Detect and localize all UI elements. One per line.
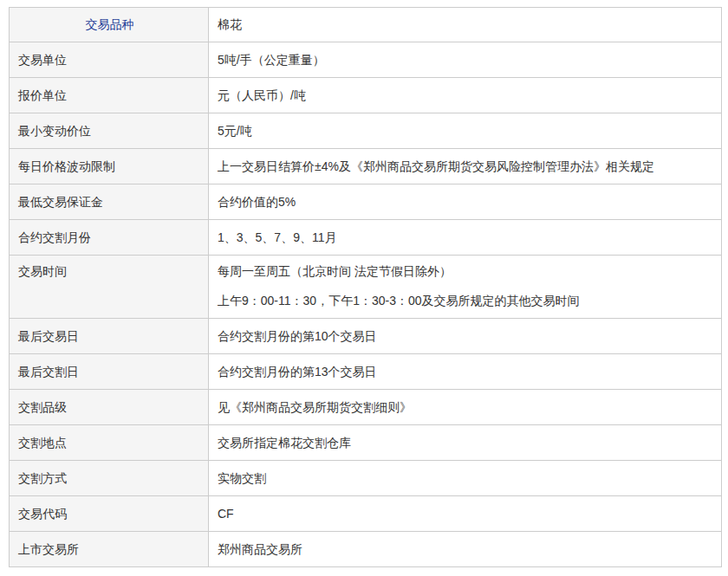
spec-value-listing-exchange: 郑州商品交易所 bbox=[209, 532, 722, 567]
spec-value-trading-variety: 棉花 bbox=[209, 8, 722, 42]
table-row-delivery-place: 交割地点 交易所指定棉花交割仓库 bbox=[10, 425, 722, 461]
spec-label-min-tick: 最小变动价位 bbox=[10, 113, 209, 149]
spec-label-delivery-months: 合约交割月份 bbox=[10, 220, 209, 256]
table-row-daily-price-limit: 每日价格波动限制 上一交易日结算价±4%及《郑州商品交易所期货交易风险控制管理办… bbox=[10, 149, 722, 184]
spec-value-quote-unit: 元（人民币）/吨 bbox=[209, 78, 722, 113]
spec-label-listing-exchange: 上市交易所 bbox=[10, 532, 209, 567]
spec-label-trading-variety: 交易品种 bbox=[10, 8, 209, 42]
contract-spec-table: 交易品种 棉花 交易单位 5吨/手（公定重量） 报价单位 元（人民币）/吨 最小… bbox=[9, 7, 722, 567]
spec-value-min-margin: 合约价值的5% bbox=[209, 184, 722, 220]
spec-value-delivery-grade: 见《郑州商品交易所期货交割细则》 bbox=[209, 390, 722, 425]
spec-label-ticker-symbol: 交易代码 bbox=[10, 496, 209, 532]
spec-label-delivery-grade: 交割品级 bbox=[10, 390, 209, 425]
spec-value-delivery-months: 1、3、5、7、9、11月 bbox=[209, 220, 722, 256]
spec-value-trading-unit: 5吨/手（公定重量） bbox=[209, 42, 722, 78]
table-row-last-trading-day: 最后交易日 合约交割月份的第10个交易日 bbox=[10, 319, 722, 354]
spec-value-trading-hours: 每周一至周五（北京时间 法定节假日除外） 上午9：00-11：30，下午1：30… bbox=[209, 256, 722, 319]
table-row-delivery-grade: 交割品级 见《郑州商品交易所期货交割细则》 bbox=[10, 390, 722, 425]
table-row-listing-exchange: 上市交易所 郑州商品交易所 bbox=[10, 532, 722, 567]
table-row-trading-unit: 交易单位 5吨/手（公定重量） bbox=[10, 42, 722, 78]
spec-value-delivery-place: 交易所指定棉花交割仓库 bbox=[209, 425, 722, 461]
spec-value-ticker-symbol: CF bbox=[209, 496, 722, 532]
spec-value-min-tick: 5元/吨 bbox=[209, 113, 722, 149]
spec-label-daily-price-limit: 每日价格波动限制 bbox=[10, 149, 209, 184]
table-row-ticker-symbol: 交易代码 CF bbox=[10, 496, 722, 532]
spec-label-last-trading-day: 最后交易日 bbox=[10, 319, 209, 354]
spec-value-daily-price-limit: 上一交易日结算价±4%及《郑州商品交易所期货交易风险控制管理办法》相关规定 bbox=[209, 149, 722, 184]
table-row-delivery-method: 交割方式 实物交割 bbox=[10, 461, 722, 496]
spec-label-last-delivery-day: 最后交割日 bbox=[10, 354, 209, 390]
table-row-min-tick: 最小变动价位 5元/吨 bbox=[10, 113, 722, 149]
table-row-trading-hours: 交易时间 每周一至周五（北京时间 法定节假日除外） 上午9：00-11：30，下… bbox=[10, 256, 722, 319]
spec-value-last-trading-day: 合约交割月份的第10个交易日 bbox=[209, 319, 722, 354]
trading-hours-line-1: 每周一至周五（北京时间 法定节假日除外） bbox=[218, 263, 709, 280]
spec-label-delivery-method: 交割方式 bbox=[10, 461, 209, 496]
table-row-last-delivery-day: 最后交割日 合约交割月份的第13个交易日 bbox=[10, 354, 722, 390]
spec-value-delivery-method: 实物交割 bbox=[209, 461, 722, 496]
spec-label-delivery-place: 交割地点 bbox=[10, 425, 209, 461]
spec-label-quote-unit: 报价单位 bbox=[10, 78, 209, 113]
spec-value-last-delivery-day: 合约交割月份的第13个交易日 bbox=[209, 354, 722, 390]
spec-label-trading-unit: 交易单位 bbox=[10, 42, 209, 78]
spec-label-min-margin: 最低交易保证金 bbox=[10, 184, 209, 220]
contract-spec-page: 交易品种 棉花 交易单位 5吨/手（公定重量） 报价单位 元（人民币）/吨 最小… bbox=[0, 0, 728, 576]
trading-hours-line-2: 上午9：00-11：30，下午1：30-3：00及交易所规定的其他交易时间 bbox=[218, 293, 709, 309]
table-row-trading-variety: 交易品种 棉花 bbox=[10, 8, 722, 42]
table-row-quote-unit: 报价单位 元（人民币）/吨 bbox=[10, 78, 722, 113]
table-row-delivery-months: 合约交割月份 1、3、5、7、9、11月 bbox=[10, 220, 722, 256]
table-row-min-margin: 最低交易保证金 合约价值的5% bbox=[10, 184, 722, 220]
spec-label-trading-hours: 交易时间 bbox=[10, 256, 209, 319]
